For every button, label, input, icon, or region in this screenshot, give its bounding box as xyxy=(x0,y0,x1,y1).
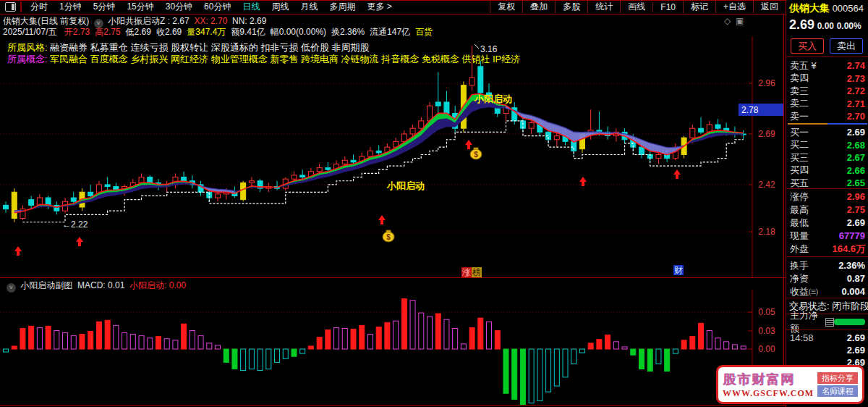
macd-subchart[interactable]: 0.050.030.00 xyxy=(0,290,786,407)
buy-arrow-icon xyxy=(378,215,386,225)
macd-bar xyxy=(503,349,509,393)
panel-toggle-icon[interactable]: ▣ xyxy=(736,16,744,26)
panel-divider xyxy=(786,256,868,257)
macd-bar xyxy=(241,349,246,371)
period-tab-更多 >[interactable]: 更多 > xyxy=(361,1,397,13)
macd-bar xyxy=(46,326,51,349)
toolbar-button-标记[interactable]: 标记 xyxy=(683,1,715,13)
period-tab-30分钟[interactable]: 30分钟 xyxy=(160,1,198,13)
toolbar-button-画线[interactable]: 画线 xyxy=(620,1,652,13)
candle-body xyxy=(148,177,153,183)
macd-bar xyxy=(71,336,76,349)
buy-arrow-icon xyxy=(14,246,22,256)
order-book-row-label: 买一 xyxy=(790,126,809,139)
buy-arrow-icon xyxy=(465,140,472,149)
macd-bar xyxy=(80,335,85,349)
macd-bar xyxy=(571,349,576,364)
macd-bar xyxy=(224,349,229,362)
macd-bar xyxy=(139,336,144,349)
order-book-row[interactable]: 卖二2.71 xyxy=(790,98,865,110)
mid-price-divider xyxy=(788,123,867,125)
macd-bar xyxy=(334,327,339,349)
period-tab-5分钟[interactable]: 5分钟 xyxy=(88,1,122,13)
toolbar-button-复权[interactable]: 复权 xyxy=(490,1,522,13)
order-book-row[interactable]: 买三2.67 xyxy=(790,151,865,164)
period-tab-分时[interactable]: 分时 xyxy=(25,1,54,13)
stat-row: 净资0.87 xyxy=(790,272,865,285)
macd-bar xyxy=(529,349,534,403)
stat-row-value: 0.87 xyxy=(847,273,865,284)
watermark-badge-2: 名师课程 xyxy=(817,385,858,397)
order-book-row-label: 卖四 xyxy=(790,72,809,85)
order-book-row[interactable]: 买二2.68 xyxy=(790,139,865,151)
sub-axis-label: 0.00 xyxy=(758,344,775,354)
zhangbang-tag[interactable]: 涨榜 xyxy=(461,265,482,278)
macd-bar xyxy=(647,349,652,372)
cai-tag[interactable]: 财 xyxy=(673,265,684,275)
candles-layer xyxy=(4,46,746,222)
period-tab-月线[interactable]: 月线 xyxy=(294,1,323,13)
border-top xyxy=(0,0,868,1)
list-icon xyxy=(825,318,834,327)
macd-bar xyxy=(741,346,746,349)
watermark-site-url: WWW.GSCFW.COM xyxy=(723,388,814,399)
macd-bar xyxy=(613,342,618,349)
stat-row-label: 换手 xyxy=(790,259,809,272)
toolbar-button-+自选[interactable]: +自选 xyxy=(715,1,753,13)
ohlc-field: 幅0.00(0.00%) xyxy=(271,27,326,37)
macd-bar xyxy=(182,324,187,349)
period-tab-日线[interactable]: 日线 xyxy=(237,1,265,13)
macd-bar xyxy=(520,349,525,405)
toolbar-button-返回[interactable]: 返回 xyxy=(753,1,786,13)
period-tab-多周期[interactable]: 多周期 xyxy=(323,1,361,13)
order-book-row-label: 买四 xyxy=(790,164,809,177)
candle-body xyxy=(300,175,305,177)
stat-row-value: 164.6万 xyxy=(832,243,865,256)
order-book-row[interactable]: 买四2.66 xyxy=(790,164,865,177)
period-tab-15分钟[interactable]: 15分钟 xyxy=(121,1,159,13)
macd-bar xyxy=(88,332,93,349)
order-book-row-value: 2.73 xyxy=(847,73,865,84)
period-tabs: 分时1分钟5分钟15分钟30分钟60分钟日线周线月线多周期更多 > xyxy=(25,1,398,13)
period-tab-1分钟[interactable]: 1分钟 xyxy=(54,1,88,13)
panel-change: 0.00 xyxy=(817,21,834,31)
ohlc-fields: 开2.73高2.75低2.69收2.69量347.4万额9.41亿幅0.00(0… xyxy=(64,27,438,37)
indicator-nn: NN: 2.69 xyxy=(232,16,266,26)
period-tab-60分钟[interactable]: 60分钟 xyxy=(198,1,237,13)
marker-diamond-icon[interactable]: ◇ xyxy=(724,16,731,26)
candle-body xyxy=(29,200,34,206)
main-chart[interactable]: 2.962.692.422.182.78$$ xyxy=(0,36,786,278)
macd-bar xyxy=(444,319,449,349)
macd-bar xyxy=(232,349,237,369)
candle-body xyxy=(529,122,534,128)
macd-bar xyxy=(478,318,483,349)
stat-row-label: 收益㈢ xyxy=(790,285,818,298)
toolbar-button-F10[interactable]: F10 xyxy=(652,2,683,12)
macd-bar xyxy=(579,349,584,353)
toolbar-button-统计[interactable]: 统计 xyxy=(587,1,620,13)
sell-button[interactable]: 卖出 xyxy=(830,38,863,54)
toolbar-button-多股[interactable]: 多股 xyxy=(555,1,587,13)
buy-button[interactable]: 买入 xyxy=(791,38,824,54)
macd-bar xyxy=(393,321,399,349)
sub-axis-label: 0.05 xyxy=(758,307,775,317)
main-flow-row[interactable]: 主力净额 xyxy=(790,316,865,328)
macd-bar xyxy=(148,338,153,349)
order-book-row[interactable]: 卖五 ¥2.74 xyxy=(790,59,865,72)
buy-arrow-icon xyxy=(76,237,83,246)
order-book-row[interactable]: 买五2.65 xyxy=(790,177,865,189)
macd-bar xyxy=(326,330,331,349)
order-book-row[interactable]: 买一2.69 xyxy=(790,126,865,138)
period-tab-周线[interactable]: 周线 xyxy=(265,1,294,13)
panel-divider xyxy=(786,188,868,189)
order-book-row[interactable]: 卖四2.73 xyxy=(790,72,865,85)
macd-bar xyxy=(715,338,720,349)
stat-row-label: 现量 xyxy=(790,230,809,243)
toolbar-button-叠加[interactable]: 叠加 xyxy=(522,1,555,13)
window-icon[interactable] xyxy=(5,2,16,12)
macd-bar xyxy=(673,349,678,353)
order-book-row[interactable]: 卖一2.70 xyxy=(790,110,865,122)
candle-body xyxy=(469,77,475,85)
macd-bar xyxy=(292,349,297,356)
order-book-row[interactable]: 卖三2.72 xyxy=(790,85,865,97)
